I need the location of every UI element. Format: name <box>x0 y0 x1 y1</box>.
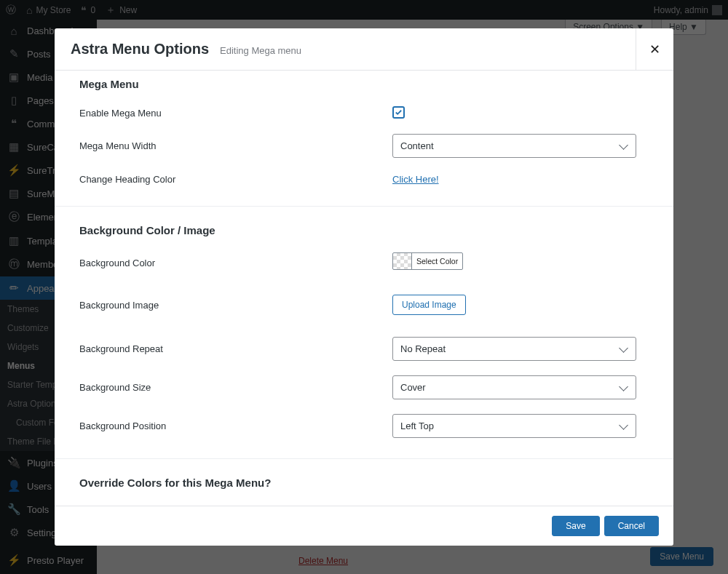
modal-subtitle: Editing Mega menu <box>220 45 301 56</box>
bg-size-value: Cover <box>400 382 426 393</box>
color-picker[interactable]: Select Color <box>392 252 463 270</box>
row-width: Mega Menu Width Content <box>79 134 649 158</box>
modal-body: Mega Menu Enable Mega Menu Mega Menu Wid… <box>55 71 673 506</box>
bg-image-label: Background Image <box>79 300 392 311</box>
check-icon <box>395 108 403 116</box>
close-icon: ✕ <box>649 41 660 57</box>
width-label: Mega Menu Width <box>79 140 392 151</box>
bg-size-select[interactable]: Cover <box>392 375 636 399</box>
section-heading: Background Color / Image <box>79 224 649 236</box>
bg-position-select[interactable]: Left Top <box>392 414 636 438</box>
color-picker-label: Select Color <box>412 257 462 266</box>
width-value: Content <box>400 140 434 151</box>
row-enable: Enable Mega Menu <box>79 106 649 119</box>
bg-color-label: Background Color <box>79 258 392 268</box>
row-bg-repeat: Background Repeat No Repeat <box>79 337 649 361</box>
cancel-button[interactable]: Cancel <box>604 516 659 536</box>
modal-footer: Save Cancel <box>55 506 673 546</box>
modal-header: Astra Menu Options Editing Mega menu ✕ <box>55 28 673 71</box>
save-button[interactable]: Save <box>552 516 599 536</box>
section-heading: Mega Menu <box>79 78 649 90</box>
row-heading-color: Change Heading Color Click Here! <box>79 172 649 186</box>
astra-menu-modal: Astra Menu Options Editing Mega menu ✕ M… <box>55 28 673 546</box>
modal-title: Astra Menu Options <box>71 41 209 57</box>
heading-color-link[interactable]: Click Here! <box>392 174 439 185</box>
bg-repeat-select[interactable]: No Repeat <box>392 337 636 361</box>
color-swatch <box>393 252 412 270</box>
enable-checkbox[interactable] <box>392 106 405 119</box>
bg-repeat-label: Background Repeat <box>79 343 392 354</box>
enable-label: Enable Mega Menu <box>79 108 392 119</box>
section-heading: Override Colors for this Mega Menu? <box>79 477 649 489</box>
section-override: Override Colors for this Mega Menu? <box>79 477 649 489</box>
bg-size-label: Background Size <box>79 382 392 393</box>
row-bg-size: Background Size Cover <box>79 375 649 399</box>
heading-color-label: Change Heading Color <box>79 174 392 185</box>
row-bg-position: Background Position Left Top <box>79 414 649 438</box>
bg-position-value: Left Top <box>400 420 434 431</box>
section-background: Background Color / Image Background Colo… <box>55 224 673 459</box>
section-mega-menu: Mega Menu Enable Mega Menu Mega Menu Wid… <box>55 78 673 207</box>
width-select[interactable]: Content <box>392 134 636 158</box>
bg-position-label: Background Position <box>79 420 392 431</box>
row-bg-color: Background Color Select Color <box>79 252 649 273</box>
bg-repeat-value: No Repeat <box>400 343 446 354</box>
row-bg-image: Background Image Upload Image <box>79 295 649 315</box>
close-button[interactable]: ✕ <box>636 28 673 70</box>
upload-image-button[interactable]: Upload Image <box>392 295 466 315</box>
